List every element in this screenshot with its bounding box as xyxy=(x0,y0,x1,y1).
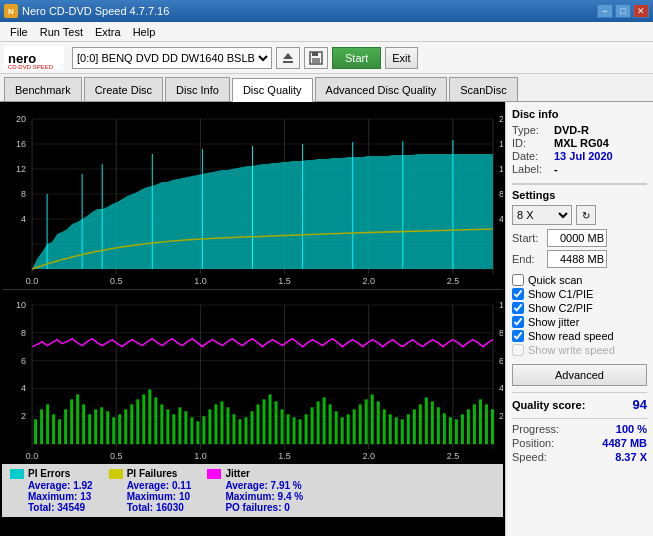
show-c1pie-row: Show C1/PIE xyxy=(512,288,647,300)
speed-value: 8.37 X xyxy=(615,451,647,463)
svg-marker-3 xyxy=(283,53,293,59)
svg-rect-80 xyxy=(40,409,43,444)
menu-file[interactable]: File xyxy=(4,24,34,40)
svg-rect-87 xyxy=(82,404,85,444)
speed-label: Speed: xyxy=(512,451,547,463)
svg-rect-98 xyxy=(148,389,151,444)
svg-rect-92 xyxy=(112,417,115,444)
tab-disc-info[interactable]: Disc Info xyxy=(165,77,230,101)
tab-advanced-disc-quality[interactable]: Advanced Disc Quality xyxy=(315,77,448,101)
position-value: 4487 MB xyxy=(602,437,647,449)
show-jitter-checkbox[interactable] xyxy=(512,316,524,328)
advanced-button[interactable]: Advanced xyxy=(512,364,647,386)
svg-text:0.0: 0.0 xyxy=(26,451,39,461)
show-c2pif-row: Show C2/PIF xyxy=(512,302,647,314)
svg-rect-116 xyxy=(257,404,260,444)
start-button[interactable]: Start xyxy=(332,47,381,69)
pi-errors-maximum: Maximum: 13 xyxy=(28,491,93,502)
progress-value: 100 % xyxy=(616,423,647,435)
close-button[interactable]: ✕ xyxy=(633,4,649,18)
svg-rect-148 xyxy=(449,417,452,444)
svg-rect-83 xyxy=(58,419,61,444)
svg-rect-101 xyxy=(166,409,169,444)
svg-text:16: 16 xyxy=(16,139,26,149)
title-bar-buttons: − □ ✕ xyxy=(597,4,649,18)
end-input[interactable] xyxy=(547,250,607,268)
show-c2pif-checkbox[interactable] xyxy=(512,302,524,314)
exit-button[interactable]: Exit xyxy=(385,47,417,69)
bottom-chart-svg: 10 8 6 4 2 10 8 6 4 2 0.0 xyxy=(2,290,503,464)
tab-scan-disc[interactable]: ScanDisc xyxy=(449,77,517,101)
svg-text:6: 6 xyxy=(499,356,503,366)
quality-score-row: Quality score: 94 xyxy=(512,392,647,412)
pi-errors-total: Total: 34549 xyxy=(28,502,93,513)
svg-rect-155 xyxy=(491,409,494,444)
svg-text:20: 20 xyxy=(16,114,26,124)
svg-text:8: 8 xyxy=(21,189,26,199)
start-input[interactable] xyxy=(547,229,607,247)
svg-rect-84 xyxy=(64,409,67,444)
svg-rect-128 xyxy=(329,404,332,444)
settings-title: Settings xyxy=(512,189,647,201)
svg-rect-138 xyxy=(389,414,392,444)
svg-rect-120 xyxy=(281,409,284,444)
refresh-button[interactable]: ↻ xyxy=(576,205,596,225)
jitter-po-failures: PO failures: 0 xyxy=(225,502,303,513)
chart-area: 20 16 12 8 4 20 16 12 8 4 xyxy=(0,102,505,536)
quick-scan-checkbox[interactable] xyxy=(512,274,524,286)
settings-section: Settings 8 X ↻ Start: End: xyxy=(512,189,647,268)
bottom-chart: 10 8 6 4 2 10 8 6 4 2 0.0 xyxy=(2,289,503,464)
maximize-button[interactable]: □ xyxy=(615,4,631,18)
tab-disc-quality[interactable]: Disc Quality xyxy=(232,78,313,102)
svg-rect-137 xyxy=(383,409,386,444)
svg-rect-82 xyxy=(52,414,55,444)
menu-extra[interactable]: Extra xyxy=(89,24,127,40)
tab-benchmark[interactable]: Benchmark xyxy=(4,77,82,101)
svg-rect-110 xyxy=(220,401,223,444)
svg-text:0.0: 0.0 xyxy=(26,276,39,286)
show-read-speed-row: Show read speed xyxy=(512,330,647,342)
legend-jitter: Jitter Average: 7.91 % Maximum: 9.4 % PO… xyxy=(207,468,303,513)
show-write-speed-row: Show write speed xyxy=(512,344,647,356)
show-read-speed-checkbox[interactable] xyxy=(512,330,524,342)
drive-select[interactable]: [0:0] BENQ DVD DD DW1640 BSLB xyxy=(72,47,272,69)
nero-logo: nero CD·DVD SPEED xyxy=(4,46,64,70)
svg-rect-150 xyxy=(461,414,464,444)
quality-score-value: 94 xyxy=(633,397,647,412)
speed-select[interactable]: 8 X xyxy=(512,205,572,225)
tabs: Benchmark Create Disc Disc Info Disc Qua… xyxy=(0,74,653,102)
legend-area: PI Errors Average: 1.92 Maximum: 13 Tota… xyxy=(2,464,503,517)
pi-failures-label: PI Failures xyxy=(127,468,178,479)
svg-text:2.0: 2.0 xyxy=(362,451,375,461)
svg-text:6: 6 xyxy=(21,356,26,366)
svg-rect-113 xyxy=(238,419,241,444)
menu-bar: File Run Test Extra Help xyxy=(0,22,653,42)
pi-failures-maximum: Maximum: 10 xyxy=(127,491,192,502)
show-write-speed-checkbox xyxy=(512,344,524,356)
show-c1pie-checkbox[interactable] xyxy=(512,288,524,300)
minimize-button[interactable]: − xyxy=(597,4,613,18)
speed-row: Speed: 8.37 X xyxy=(512,451,647,463)
progress-section: Progress: 100 % Position: 4487 MB Speed:… xyxy=(512,418,647,463)
menu-run-test[interactable]: Run Test xyxy=(34,24,89,40)
svg-rect-154 xyxy=(485,404,488,444)
svg-text:1.5: 1.5 xyxy=(278,451,291,461)
title-bar-text: Nero CD-DVD Speed 4.7.7.16 xyxy=(22,5,169,17)
save-button[interactable] xyxy=(304,47,328,69)
svg-rect-104 xyxy=(184,411,187,444)
disc-type-row: Type: DVD-R xyxy=(512,124,647,136)
end-label: End: xyxy=(512,253,547,265)
svg-rect-122 xyxy=(293,417,296,444)
svg-rect-106 xyxy=(196,421,199,444)
svg-text:1.0: 1.0 xyxy=(194,451,207,461)
svg-rect-130 xyxy=(341,417,344,444)
svg-rect-88 xyxy=(88,414,91,444)
svg-text:1.0: 1.0 xyxy=(194,276,207,286)
eject-button[interactable] xyxy=(276,47,300,69)
tab-create-disc[interactable]: Create Disc xyxy=(84,77,163,101)
menu-help[interactable]: Help xyxy=(127,24,162,40)
svg-text:10: 10 xyxy=(499,300,503,310)
svg-rect-111 xyxy=(226,407,229,444)
svg-text:8: 8 xyxy=(21,328,26,338)
svg-rect-135 xyxy=(371,394,374,444)
